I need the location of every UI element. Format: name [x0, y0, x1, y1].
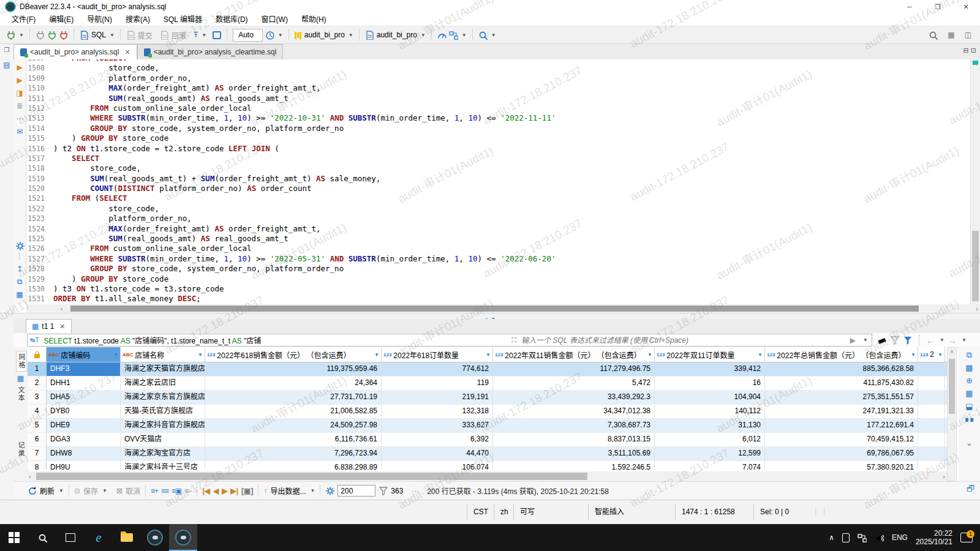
- file-explorer-button[interactable]: [113, 524, 141, 551]
- column-header-5[interactable]: 1232022年双11订单数量▼: [655, 347, 765, 362]
- grid-cell[interactable]: OVV天猫店: [121, 433, 205, 446]
- code-line[interactable]: 1525 SUM(real_goods_amt) AS real_goods_a…: [26, 234, 970, 244]
- maximize-editor-icon[interactable]: ⊡: [971, 47, 976, 54]
- first-page-icon[interactable]: |◀: [202, 487, 210, 495]
- maximize-results-icon[interactable]: ⧉: [967, 351, 972, 359]
- editor-hscroll-thumb[interactable]: [70, 305, 919, 312]
- grid-cell[interactable]: 219,191: [382, 391, 493, 404]
- column-filter-icon[interactable]: ▼: [647, 352, 652, 358]
- tray-network-icon[interactable]: [858, 533, 867, 542]
- sql-button[interactable]: SQL: [91, 31, 106, 39]
- start-button[interactable]: [0, 524, 28, 551]
- menu-item-5[interactable]: 数据库(D): [209, 13, 255, 26]
- grid-cell[interactable]: 3,511,105.69: [493, 447, 655, 460]
- code-line[interactable]: 1528 GROUP BY store_code, system_order_n…: [26, 264, 970, 274]
- last-page-icon[interactable]: ▶|: [230, 487, 238, 495]
- grid-cell[interactable]: DHE9: [47, 419, 121, 432]
- column-header-4[interactable]: 1232022年双11销售金额（元） （包含运费）▼: [493, 347, 655, 362]
- split-editor-icon[interactable]: ◫: [965, 31, 971, 39]
- grid-cell[interactable]: 140,112: [655, 405, 765, 418]
- grid-cell[interactable]: [918, 461, 945, 470]
- row-number[interactable]: 4: [28, 405, 47, 418]
- grid-cell[interactable]: 70,459,415.12: [765, 433, 918, 446]
- row-number[interactable]: 7: [28, 447, 47, 460]
- rollback-button[interactable]: 回滚: [172, 30, 186, 40]
- erase-filter-icon[interactable]: [877, 335, 886, 345]
- column-header-2[interactable]: 1232022年618销售金额（元） （包含运费）▼: [205, 347, 382, 362]
- calc-panel-icon[interactable]: ⊕: [966, 377, 973, 385]
- code-line[interactable]: 1531ORDER BY t1.all_sale_money DESC;: [26, 294, 970, 304]
- volume-icon[interactable]: [875, 533, 884, 542]
- dbeaver-taskbar-button[interactable]: [169, 524, 197, 551]
- fetch-all-icon[interactable]: [▣]: [241, 487, 253, 495]
- clock[interactable]: 20:22 2025/10/21: [916, 529, 952, 546]
- code-line[interactable]: 1512 FROM custom_online_sale_order_local: [26, 103, 970, 113]
- column-header-1[interactable]: ABC店铺名称▼: [121, 347, 205, 362]
- code-line[interactable]: 1526 FROM custom_online_sale_order_local: [26, 244, 970, 253]
- tools-dropdown-icon[interactable]: ▼: [462, 32, 467, 38]
- edit-row-icon[interactable]: ≡▣: [172, 487, 181, 495]
- row-number[interactable]: 2: [28, 377, 47, 390]
- execute-new-tab-icon[interactable]: ▶: [17, 75, 22, 88]
- new-connection-icon[interactable]: [6, 31, 15, 40]
- restore-icon[interactable]: ❐: [924, 0, 952, 13]
- grid-cell[interactable]: 6,012: [655, 433, 765, 446]
- prev-page-icon[interactable]: ◀: [213, 487, 219, 495]
- transaction-log-icon[interactable]: [265, 31, 274, 40]
- rollback-icon[interactable]: [160, 31, 169, 40]
- grid-cell[interactable]: 21,006,582.85: [205, 405, 382, 418]
- grid-cell[interactable]: 海澜之家天猫官方旗舰店: [121, 362, 205, 376]
- menu-item-4[interactable]: SQL 编辑器: [157, 13, 209, 26]
- grid-cell[interactable]: DYB0: [47, 405, 121, 418]
- editor-tab-1[interactable]: <audit_bi_pro> analysis_cleartime.sql: [137, 44, 284, 59]
- column-header-3[interactable]: 1232022年618订单数量▼: [382, 347, 493, 362]
- editor-vscroll-thumb[interactable]: [972, 231, 979, 301]
- save-button[interactable]: 保存: [83, 485, 98, 496]
- search-icon[interactable]: [478, 31, 488, 40]
- code-line[interactable]: 1517 SELECT: [26, 154, 970, 163]
- value-viewer-icon[interactable]: ▩: [965, 364, 973, 372]
- connect-icon[interactable]: [36, 31, 45, 40]
- new-connection-dropdown-icon[interactable]: ▼: [19, 32, 24, 38]
- grid-cell[interactable]: [918, 391, 945, 404]
- export-data-button[interactable]: 导出数据...: [270, 485, 306, 496]
- autocommit-select[interactable]: Auto: [233, 29, 263, 42]
- grid-cell[interactable]: DHF3: [47, 362, 121, 376]
- transaction-mode-icon[interactable]: Ŧ: [194, 31, 198, 39]
- input-language[interactable]: ENG: [892, 533, 908, 542]
- action-center-icon[interactable]: 1: [960, 533, 973, 542]
- metadata-panel-icon[interactable]: ⬓: [965, 402, 973, 411]
- row-number[interactable]: 8: [28, 461, 47, 470]
- code-line[interactable]: 1523 platform_order_no,: [26, 214, 970, 223]
- export-result-icon[interactable]: ↥: [17, 263, 23, 276]
- grid-cell[interactable]: 177,212,691.4: [765, 419, 918, 432]
- filter-outline-icon[interactable]: [890, 335, 899, 345]
- grid-scroll-left-icon[interactable]: ‹: [29, 471, 31, 481]
- export-dropdown-icon[interactable]: ▼: [310, 488, 315, 493]
- vpn-device-icon[interactable]: [842, 533, 850, 542]
- grid-cell[interactable]: 57,380,920.21: [765, 461, 918, 470]
- grid-cell[interactable]: 119,375,959.46: [205, 362, 382, 376]
- grid-cell[interactable]: DHW8: [47, 447, 121, 460]
- grid-cell[interactable]: DHH1: [47, 377, 121, 390]
- task-view-button[interactable]: [56, 524, 85, 551]
- menu-item-7[interactable]: 帮助(H): [295, 13, 333, 26]
- grid-cell[interactable]: 106,074: [382, 461, 493, 470]
- side-tab-grid[interactable]: 网格: [16, 351, 27, 372]
- row-number[interactable]: 5: [28, 419, 47, 432]
- menu-item-3[interactable]: 搜索(A): [119, 13, 157, 26]
- code-line[interactable]: 1510 MAX(order_freight_amt) AS order_fre…: [26, 83, 970, 93]
- code-line[interactable]: 1529 ) GROUP BY store_code: [26, 274, 970, 284]
- grid-cell[interactable]: 海澜之家抖音十三号店: [121, 461, 205, 470]
- grid-cell[interactable]: 8,837,013.15: [493, 433, 655, 446]
- reconnect-icon[interactable]: [47, 31, 56, 40]
- code-line[interactable]: 1524 MAX(order_freight_amt) AS order_fre…: [26, 224, 970, 234]
- nav-forward-icon[interactable]: →: [948, 335, 957, 345]
- menu-item-0[interactable]: 文件(F): [5, 13, 42, 26]
- lock-icon[interactable]: [213, 31, 221, 39]
- network-icon[interactable]: [449, 31, 458, 40]
- grid-cell[interactable]: 16: [655, 377, 765, 390]
- aggregate-panel-icon[interactable]: ▦: [965, 389, 973, 398]
- code-line[interactable]: 1527 WHERE SUBSTR(min_order_time, 1, 10)…: [26, 254, 970, 264]
- scroll-left-icon[interactable]: ‹: [61, 304, 63, 313]
